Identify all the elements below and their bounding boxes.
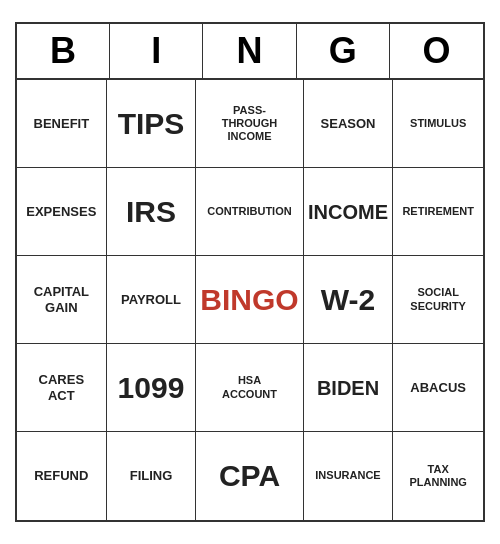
bingo-cell: EXPENSES <box>17 168 107 256</box>
cell-label: HSA ACCOUNT <box>222 374 277 400</box>
cell-label: IRS <box>126 194 176 230</box>
cell-label: 1099 <box>118 370 185 406</box>
cell-label: CPA <box>219 458 280 494</box>
cell-label: CARES ACT <box>39 372 85 403</box>
bingo-cell: PAYROLL <box>107 256 197 344</box>
cell-label: CONTRIBUTION <box>207 205 291 218</box>
cell-label: TIPS <box>118 106 185 142</box>
cell-label: TAX PLANNING <box>409 463 466 489</box>
bingo-cell: RETIREMENT <box>393 168 483 256</box>
bingo-cell: ABACUS <box>393 344 483 432</box>
cell-label: BIDEN <box>317 376 379 400</box>
cell-label: INSURANCE <box>315 469 380 482</box>
cell-label: ABACUS <box>410 380 466 396</box>
cell-label: FILING <box>130 468 173 484</box>
cell-label: SOCIAL SECURITY <box>410 286 466 312</box>
bingo-cell: INCOME <box>304 168 394 256</box>
bingo-cell: HSA ACCOUNT <box>196 344 303 432</box>
bingo-cell: SOCIAL SECURITY <box>393 256 483 344</box>
header-letter: N <box>203 24 296 78</box>
cell-label: REFUND <box>34 468 88 484</box>
header-letter: B <box>17 24 110 78</box>
header-letter: G <box>297 24 390 78</box>
header-letter: O <box>390 24 483 78</box>
cell-label: RETIREMENT <box>402 205 474 218</box>
bingo-grid: BENEFITTIPSPASS- THROUGH INCOMESEASONSTI… <box>17 80 483 520</box>
bingo-cell: STIMULUS <box>393 80 483 168</box>
cell-label: INCOME <box>308 200 388 224</box>
bingo-cell: 1099 <box>107 344 197 432</box>
bingo-cell: INSURANCE <box>304 432 394 520</box>
bingo-cell: TIPS <box>107 80 197 168</box>
cell-label: SEASON <box>321 116 376 132</box>
bingo-cell: CAPITAL GAIN <box>17 256 107 344</box>
bingo-cell: PASS- THROUGH INCOME <box>196 80 303 168</box>
bingo-cell: BINGO <box>196 256 303 344</box>
cell-label: STIMULUS <box>410 117 466 130</box>
bingo-cell: CARES ACT <box>17 344 107 432</box>
bingo-cell: BENEFIT <box>17 80 107 168</box>
bingo-cell: TAX PLANNING <box>393 432 483 520</box>
header-letter: I <box>110 24 203 78</box>
bingo-cell: FILING <box>107 432 197 520</box>
cell-label: BENEFIT <box>34 116 90 132</box>
bingo-cell: BIDEN <box>304 344 394 432</box>
bingo-cell: CPA <box>196 432 303 520</box>
cell-label: BINGO <box>200 282 298 318</box>
cell-label: W-2 <box>321 282 375 318</box>
cell-label: EXPENSES <box>26 204 96 220</box>
cell-label: PAYROLL <box>121 292 181 308</box>
bingo-cell: CONTRIBUTION <box>196 168 303 256</box>
bingo-card: BINGO BENEFITTIPSPASS- THROUGH INCOMESEA… <box>15 22 485 522</box>
bingo-cell: SEASON <box>304 80 394 168</box>
bingo-cell: IRS <box>107 168 197 256</box>
cell-label: CAPITAL GAIN <box>34 284 89 315</box>
bingo-header: BINGO <box>17 24 483 80</box>
bingo-cell: W-2 <box>304 256 394 344</box>
cell-label: PASS- THROUGH INCOME <box>222 104 278 144</box>
bingo-cell: REFUND <box>17 432 107 520</box>
